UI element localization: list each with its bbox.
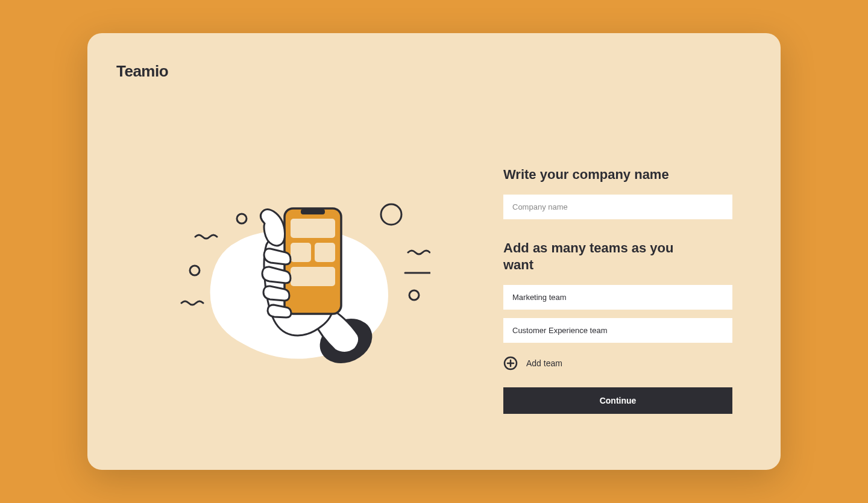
- teams-section-title: Add as many teams as you want: [503, 240, 684, 274]
- team-name-input[interactable]: [503, 318, 732, 343]
- company-section-title: Write your company name: [503, 166, 684, 184]
- add-team-label: Add team: [526, 358, 562, 368]
- form-area: Write your company name Add as many team…: [503, 100, 732, 414]
- company-name-input[interactable]: [503, 195, 732, 219]
- svg-rect-2: [301, 209, 325, 214]
- svg-point-7: [237, 214, 247, 223]
- brand-logo: Teamio: [116, 62, 752, 81]
- svg-rect-5: [315, 243, 335, 262]
- svg-point-9: [409, 290, 419, 300]
- svg-rect-3: [291, 219, 335, 238]
- svg-rect-6: [291, 267, 335, 286]
- plus-circle-icon: [503, 356, 518, 370]
- illustration-area: [116, 100, 479, 443]
- svg-point-8: [190, 266, 200, 275]
- phone-hand-illustration: [165, 157, 430, 386]
- team-name-input[interactable]: [503, 285, 732, 310]
- content-container: Write your company name Add as many team…: [116, 100, 752, 443]
- continue-button[interactable]: Continue: [503, 387, 732, 414]
- onboarding-card: Teamio: [87, 33, 781, 470]
- svg-point-10: [381, 204, 401, 225]
- svg-rect-4: [291, 243, 311, 262]
- add-team-button[interactable]: Add team: [503, 356, 732, 370]
